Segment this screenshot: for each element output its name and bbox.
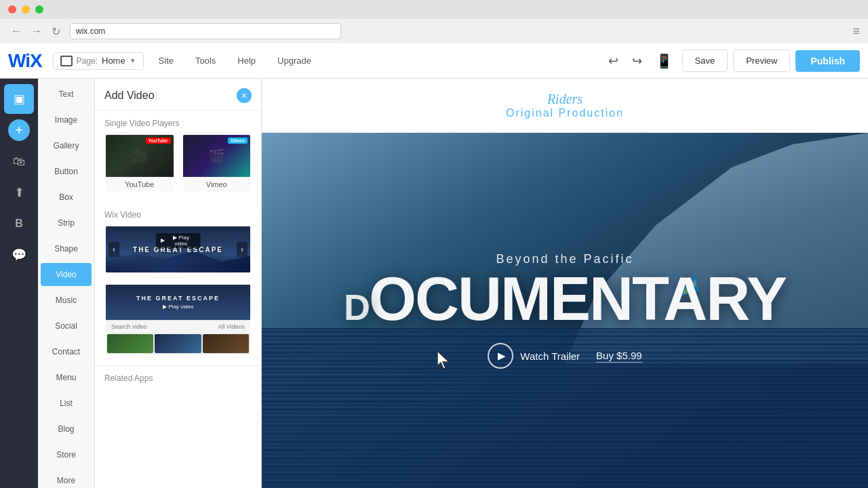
icon-sidebar: ▣ + 🛍 ⬆ B 💬: [0, 79, 38, 488]
redo-button[interactable]: ↪: [628, 49, 646, 73]
category-button[interactable]: Button: [41, 160, 92, 183]
category-shape[interactable]: Shape: [41, 237, 92, 260]
category-blog[interactable]: Blog: [41, 418, 92, 441]
publish-button[interactable]: Publish: [795, 50, 860, 72]
playlist-title-text: THE GREAT ESCAPE: [136, 295, 220, 302]
wix-video-label: Wix Video: [95, 202, 261, 225]
playlist-play-icon: ▶: [163, 304, 167, 310]
save-button[interactable]: Save: [682, 49, 728, 72]
editor-main: ▣ + 🛍 ⬆ B 💬 Text Image Gallery Button Bo…: [0, 79, 868, 488]
pages-icon: ▣: [14, 92, 25, 106]
play-overlay: ▶ ▶ Play video: [155, 233, 200, 248]
add-element-button[interactable]: +: [8, 119, 30, 141]
play-circle-icon: ▶: [488, 343, 513, 369]
mobile-view-button[interactable]: 📱: [652, 49, 677, 73]
panel-close-button[interactable]: ×: [237, 88, 252, 103]
category-menu[interactable]: Menu: [41, 366, 92, 389]
sidebar-item-upload[interactable]: ⬆: [4, 178, 34, 207]
browser-menu-icon[interactable]: ≡: [852, 24, 860, 39]
wix-nav: Site Tools Help Upgrade: [149, 52, 321, 70]
playlist-thumb-2: [155, 334, 201, 353]
back-button[interactable]: ←: [8, 24, 24, 39]
upload-icon: ⬆: [14, 185, 24, 200]
playlist-thumb-1: [107, 334, 153, 353]
hero-title-d: D: [344, 287, 369, 327]
hero-section: 🏄 Beyond the Pacific DOCUMENTARY ▶ Watch…: [262, 133, 868, 488]
play-icon: ▶: [161, 237, 165, 243]
category-text[interactable]: Text: [41, 83, 92, 106]
playlist-play-area: ▶ Play video: [136, 304, 220, 310]
page-selector[interactable]: Page: Home ▼: [53, 52, 144, 70]
wix-playlist-searchbar[interactable]: Search video All Videos: [106, 320, 250, 333]
site-canvas: Riders Original Production 🏄 Beyond the …: [262, 79, 868, 488]
watch-trailer-button[interactable]: ▶ Watch Trailer: [488, 343, 580, 369]
reload-button[interactable]: ↻: [49, 24, 63, 39]
wix-logo: WiX: [8, 50, 42, 72]
wix-video-large-preview: THE GREAT ESCAPE ▶ ▶ Play video ‹ ›: [106, 226, 250, 272]
category-video[interactable]: Video: [41, 263, 92, 286]
sidebar-item-chat[interactable]: 💬: [4, 240, 34, 270]
wix-playlist-thumbs: [106, 333, 250, 354]
sidebar-item-pages[interactable]: ▣: [4, 84, 34, 114]
youtube-video-thumb[interactable]: 🎥 YouTube YouTube: [104, 134, 175, 192]
sidebar-item-blog[interactable]: B: [4, 209, 34, 239]
page-name: Home: [102, 56, 125, 66]
page-icon: [60, 56, 73, 66]
hero-actions: ▶ Watch Trailer Buy $5.99: [488, 343, 642, 369]
search-video-label: Search video: [111, 323, 147, 330]
buy-button[interactable]: Buy $5.99: [596, 350, 642, 363]
store-icon: 🛍: [13, 155, 25, 169]
category-gallery[interactable]: Gallery: [41, 134, 92, 157]
category-image[interactable]: Image: [41, 108, 92, 131]
related-apps-section: Related Apps: [95, 365, 261, 389]
wix-toolbar: WiX Page: Home ▼ Site Tools Help Upgrade…: [0, 43, 868, 79]
playlist-thumb-3: [203, 334, 249, 353]
hero-title: DOCUMENTARY: [344, 272, 786, 327]
preview-button[interactable]: Preview: [733, 49, 790, 72]
wix-video-playlist-thumb[interactable]: THE GREAT ESCAPE ▶ Play video Search vid…: [104, 283, 252, 356]
panel-header: Add Video ×: [95, 79, 261, 110]
browser-addressbar: ← → ↻ wix.com ≡: [0, 19, 868, 43]
category-store[interactable]: Store: [41, 443, 92, 466]
undo-button[interactable]: ↩: [604, 49, 623, 73]
wix-video-single-thumb[interactable]: THE GREAT ESCAPE ▶ ▶ Play video ‹ ›: [104, 225, 252, 274]
hero-background: 🏄 Beyond the Pacific DOCUMENTARY ▶ Watch…: [262, 133, 868, 488]
play-label: ▶ Play video: [167, 235, 195, 247]
window-minimize-dot[interactable]: [22, 5, 30, 14]
forward-button[interactable]: →: [28, 24, 45, 39]
nav-tools[interactable]: Tools: [186, 52, 225, 70]
wix-playlist-main: THE GREAT ESCAPE ▶ Play video: [106, 285, 250, 320]
vimeo-label: Vimeo: [183, 177, 251, 191]
single-players-label: Single Video Players: [95, 110, 261, 134]
nav-site[interactable]: Site: [149, 52, 183, 70]
browser-nav: ← → ↻: [8, 24, 63, 39]
site-header: Riders Original Production: [262, 79, 868, 133]
category-list[interactable]: List: [41, 392, 92, 415]
browser-titlebar: [0, 0, 868, 19]
page-label: Page:: [77, 56, 98, 66]
category-social[interactable]: Social: [41, 314, 92, 338]
prev-video-button[interactable]: ‹: [108, 242, 119, 257]
youtube-label: YouTube: [106, 177, 174, 191]
next-video-button[interactable]: ›: [237, 242, 248, 257]
window-close-dot[interactable]: [8, 5, 16, 14]
category-more[interactable]: More: [41, 469, 92, 488]
toolbar-right: ↩ ↪ 📱 Save Preview Publish: [604, 49, 860, 73]
nav-upgrade[interactable]: Upgrade: [268, 52, 321, 70]
category-strip[interactable]: Strip: [41, 211, 92, 235]
category-contact[interactable]: Contact: [41, 340, 92, 363]
site-logo: Riders: [547, 92, 583, 107]
category-music[interactable]: Music: [41, 289, 92, 312]
nav-help[interactable]: Help: [228, 52, 265, 70]
address-bar[interactable]: wix.com: [70, 23, 341, 39]
window-maximize-dot[interactable]: [35, 5, 43, 14]
category-box[interactable]: Box: [41, 186, 92, 209]
hero-subtitle: Beyond the Pacific: [496, 252, 633, 266]
hero-text-area: Beyond the Pacific DOCUMENTARY ▶ Watch T…: [344, 252, 786, 369]
vimeo-video-thumb[interactable]: 🎬 Vimeo Vimeo: [182, 134, 252, 192]
related-apps-label: Related Apps: [104, 373, 153, 383]
video-grid: 🎥 YouTube YouTube 🎬 Vimeo Vimeo: [95, 134, 261, 202]
vimeo-badge: Vimeo: [228, 138, 248, 144]
add-video-panel: Add Video × Single Video Players 🎥 YouTu…: [95, 79, 262, 488]
sidebar-item-store[interactable]: 🛍: [4, 146, 34, 176]
